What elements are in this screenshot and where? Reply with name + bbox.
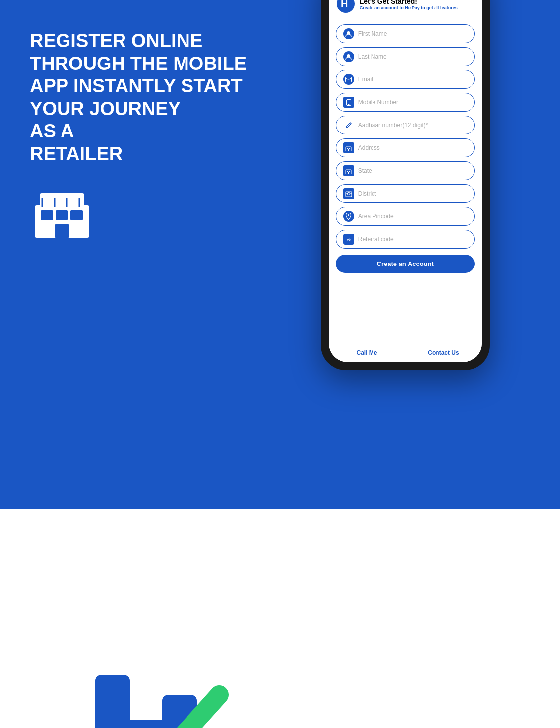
svg-point-33 <box>348 214 349 216</box>
svg-point-16 <box>347 31 350 34</box>
svg-rect-22 <box>347 148 348 149</box>
app-bottom-nav: Call Me Contact Us <box>329 343 482 362</box>
email-icon <box>343 74 354 85</box>
app-logo: H <box>337 0 355 13</box>
call-me-button[interactable]: Call Me <box>329 343 406 362</box>
hizpay-brand-mark <box>80 665 229 728</box>
district-placeholder: District <box>358 190 467 197</box>
svg-rect-26 <box>347 171 348 172</box>
store-icon <box>30 186 280 242</box>
svg-rect-5 <box>55 224 69 238</box>
pin-icon <box>343 211 354 222</box>
svg-rect-23 <box>349 148 350 149</box>
svg-rect-20 <box>348 104 349 105</box>
phone-mockup: 9:41 ⊙ <box>321 0 490 370</box>
referral-field[interactable]: % Referral code <box>336 230 475 249</box>
state-icon <box>343 165 354 176</box>
svg-point-17 <box>347 54 350 57</box>
svg-text:H: H <box>341 0 348 9</box>
state-placeholder: State <box>358 167 467 174</box>
pincode-field[interactable]: Area Pincode <box>336 207 475 226</box>
last-name-placeholder: Last Name <box>358 53 467 60</box>
referral-icon: % <box>343 234 354 245</box>
mobile-field[interactable]: Mobile Number <box>336 93 475 112</box>
state-field[interactable]: State <box>336 161 475 180</box>
person-icon <box>343 28 354 39</box>
top-hero-section: REGISTER ONLINE THROUGH THE MOBILE APP I… <box>0 0 560 509</box>
bottom-section <box>0 509 560 728</box>
hero-left: REGISTER ONLINE THROUGH THE MOBILE APP I… <box>30 30 280 242</box>
phone-icon <box>343 97 354 108</box>
referral-placeholder: Referral code <box>358 236 467 243</box>
app-header-text: Let's Get Started! Create an account to … <box>360 0 458 10</box>
svg-rect-24 <box>348 149 349 151</box>
svg-rect-3 <box>56 210 68 220</box>
create-account-button[interactable]: Create an Account <box>336 255 475 273</box>
edit-icon <box>343 120 354 131</box>
mobile-placeholder: Mobile Number <box>358 99 467 106</box>
contact-us-button[interactable]: Contact Us <box>405 343 482 362</box>
app-header: H Let's Get Started! Create an account t… <box>329 0 482 19</box>
phone-device: 9:41 ⊙ <box>321 0 490 370</box>
last-name-field[interactable]: Last Name <box>336 47 475 66</box>
registration-form: First Name Last Name <box>329 19 482 343</box>
brand-mark-area <box>30 529 280 728</box>
hero-right: Hi Z p ay 9:41 <box>280 30 531 509</box>
address-placeholder: Address <box>358 144 467 151</box>
address-field[interactable]: Address <box>336 138 475 157</box>
building-icon <box>343 142 354 153</box>
pincode-placeholder: Area Pincode <box>358 213 467 220</box>
district-field[interactable]: District <box>336 184 475 203</box>
phone-screen: 9:41 ⊙ <box>329 0 482 362</box>
first-name-field[interactable]: First Name <box>336 24 475 43</box>
district-icon <box>343 188 354 199</box>
hero-headline: REGISTER ONLINE THROUGH THE MOBILE APP I… <box>30 30 280 166</box>
svg-point-30 <box>347 193 350 195</box>
person-icon-2 <box>343 51 354 62</box>
aadhaar-field[interactable]: Aadhaar number(12 digit)* <box>336 116 475 134</box>
svg-rect-27 <box>349 171 350 172</box>
svg-rect-28 <box>348 172 349 174</box>
svg-rect-4 <box>70 210 83 220</box>
svg-rect-2 <box>41 210 53 220</box>
email-placeholder: Email <box>358 76 467 83</box>
aadhaar-placeholder: Aadhaar number(12 digit)* <box>358 122 467 129</box>
email-field[interactable]: Email <box>336 70 475 89</box>
bottom-right-spacer <box>280 529 531 728</box>
svg-rect-1 <box>40 193 84 208</box>
first-name-placeholder: First Name <box>358 30 467 37</box>
